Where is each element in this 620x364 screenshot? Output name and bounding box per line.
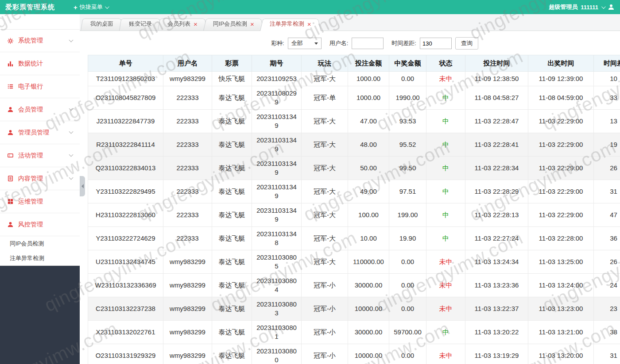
sidebar-item-label: 风控管理 — [18, 221, 43, 229]
table-cell: 31 — [594, 180, 620, 203]
tab-close-icon[interactable]: × — [250, 21, 254, 27]
table-cell: 11-03 22:28:29 — [465, 180, 528, 203]
table-cell: 222333 — [163, 203, 212, 227]
table-cell: 11-03 22:29:00 — [528, 180, 594, 203]
admin-icon — [7, 129, 14, 136]
user-role: 超级管理员 — [549, 3, 577, 11]
status-badge: 未中 — [426, 297, 465, 321]
sidebar-item-label: 活动管理 — [18, 152, 43, 160]
tab-2[interactable]: 账变记录 — [119, 17, 162, 31]
table-cell: 0.00 — [389, 297, 426, 321]
table-cell: 47 — [594, 203, 620, 227]
status-badge: 中 — [426, 133, 465, 157]
select-arrow-icon — [314, 42, 318, 45]
table-row: H231103222813060222333泰达飞艇202311031349冠军… — [88, 203, 620, 227]
timediff-input[interactable] — [420, 38, 452, 49]
doc-icon — [7, 175, 14, 182]
tab-3[interactable]: 会员列表× — [158, 17, 207, 31]
sidebar-item-statistics[interactable]: 数据统计 — [0, 52, 80, 75]
table-cell: W231103132336369 — [88, 274, 163, 297]
status-badge: 未中 — [426, 250, 465, 274]
table-cell: 1990.00 — [389, 86, 426, 110]
table-cell: 泰达飞艇 — [212, 86, 252, 110]
sidebar-item-label: 系统管理 — [18, 37, 43, 45]
column-header: 中奖金额 — [389, 55, 426, 72]
sidebar-item-contents[interactable]: 内容管理 — [0, 167, 80, 190]
ticket-icon — [7, 152, 14, 159]
sidebar-item-ebank[interactable]: 电子银行 — [0, 75, 80, 98]
table-cell: 10.00 — [348, 227, 389, 250]
collapse-arrow-icon — [81, 184, 84, 188]
lottery-select[interactable]: 全部 — [288, 38, 322, 49]
table-cell: 冠军-单 — [302, 86, 348, 110]
table-cell: 11-03 22:28:41 — [465, 133, 528, 157]
table-cell: 冠军-大 — [302, 250, 348, 274]
table-cell: 11-03 22:28:34 — [465, 157, 528, 180]
table-cell: 泰达飞艇 — [212, 297, 252, 321]
timediff-label: 时间差距: — [391, 39, 416, 47]
sidebar-item-system[interactable]: 系统管理 — [0, 29, 80, 52]
status-badge: 中 — [426, 203, 465, 227]
table-row: U231103132434745wmy983299泰达飞艇20231103080… — [88, 250, 620, 274]
table-cell: 38 — [594, 321, 620, 344]
sidebar-item-label: 内容管理 — [18, 175, 43, 183]
tab-4[interactable]: 同IP会员检测× — [203, 17, 264, 31]
table-cell: 10000.00 — [348, 344, 389, 364]
sidebar-item-members[interactable]: 会员管理 — [0, 98, 80, 121]
column-header: 投注时间 — [465, 55, 528, 72]
status-badge: 中 — [426, 86, 465, 110]
sidebar-item-activities[interactable]: 活动管理 — [0, 144, 80, 167]
table-cell: 11-03 13:21:00 — [528, 321, 594, 344]
sidebar-subitem-1[interactable]: 同IP会员检测 — [0, 236, 80, 251]
tab-label: 账变记录 — [129, 20, 152, 28]
table-cell: 10000.00 — [348, 297, 389, 321]
sidebar-item-label: 会员管理 — [18, 106, 43, 114]
sidebar-item-admins[interactable]: 管理员管理 — [0, 121, 80, 144]
table-cell: 97.51 — [389, 180, 426, 203]
table-cell: 11-03 22:29:00 — [528, 110, 594, 133]
chevron-down-icon — [69, 38, 74, 42]
table-cell: Q231103222834013 — [88, 157, 163, 180]
tab-label: 我的桌面 — [90, 20, 113, 28]
grid-icon — [7, 198, 14, 205]
sidebar-subitem-2[interactable]: 注单异常检测 — [0, 251, 80, 265]
sidebar-item-operations[interactable]: 运维管理 — [0, 190, 80, 213]
chevron-down-icon — [69, 107, 74, 111]
username-input[interactable] — [352, 38, 384, 49]
table-cell: 泰达飞艇 — [212, 321, 252, 344]
table-cell: 泰达飞艇 — [212, 180, 252, 203]
table-row: Y231103222829495222333泰达飞艇202311031349冠军… — [88, 180, 620, 203]
status-badge: 未中 — [426, 344, 465, 364]
chevron-down-icon — [105, 4, 109, 9]
sidebar-item-label: 数据统计 — [18, 60, 43, 68]
table-cell: 0.00 — [389, 274, 426, 297]
table-cell: 24 — [594, 274, 620, 297]
tab-label: 注单异常检测 — [270, 20, 304, 28]
sidebar-menu: 系统管理数据统计电子银行会员管理管理员管理活动管理内容管理运维管理风控管理 — [0, 29, 80, 236]
user-icon — [608, 4, 615, 11]
table-cell: 11-03 13:23:36 — [465, 274, 528, 297]
tab-bar: 我的桌面账变记录会员列表×同IP会员检测×注单异常检测× — [80, 14, 620, 31]
users-icon — [7, 106, 14, 113]
query-button[interactable]: 查询 — [455, 37, 478, 50]
table-cell: X231103132022761 — [88, 321, 163, 344]
tab-1[interactable]: 我的桌面 — [81, 17, 123, 31]
table-cell: 202311031348 — [252, 227, 302, 250]
column-header: 出奖时间 — [528, 55, 594, 72]
table-cell: 99.50 — [389, 157, 426, 180]
sidebar-collapse-handle[interactable] — [80, 176, 85, 196]
tab-close-icon[interactable]: × — [307, 21, 311, 27]
tab-5[interactable]: 注单异常检测× — [260, 17, 321, 31]
table-viewport: 单号用户名彩票期号玩法投注金额中奖金额状态投注时间出奖时间时间差T2311091… — [88, 55, 620, 364]
sidebar-item-risk[interactable]: 风控管理 — [0, 213, 80, 236]
column-header: 玩法 — [302, 55, 348, 72]
lottery-label: 彩种: — [271, 39, 284, 47]
column-header: 单号 — [88, 55, 163, 72]
table-cell: 222333 — [163, 227, 212, 250]
user-menu[interactable]: 超级管理员 111111 — [549, 3, 615, 11]
table-row: O231108045827809222333泰达飞艇202311080299冠军… — [88, 86, 620, 110]
tab-close-icon[interactable]: × — [194, 21, 198, 27]
quick-menu-button[interactable]: + 快捷菜单 — [74, 3, 108, 11]
table-cell: 泰达飞艇 — [212, 133, 252, 157]
topbar: 爱彩票管理系统 + 快捷菜单 超级管理员 111111 — [0, 0, 620, 14]
